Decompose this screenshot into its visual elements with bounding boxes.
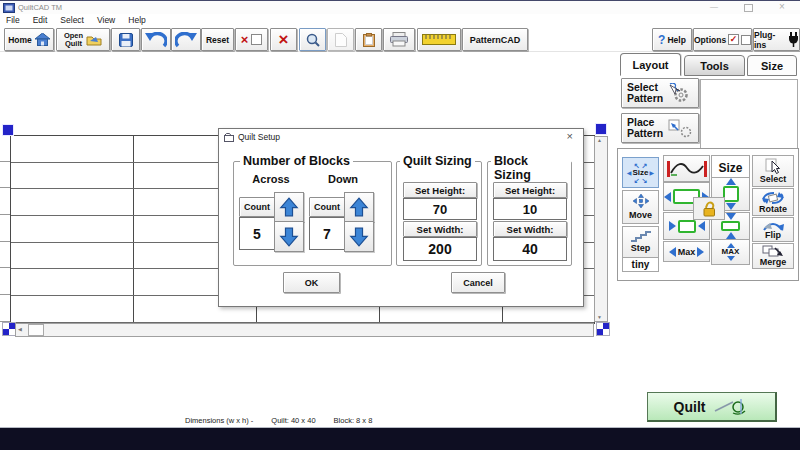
step-tool-button[interactable]: Step — [622, 226, 659, 258]
quilt-button[interactable]: Quilt — [647, 392, 777, 422]
options-button[interactable]: Options ✓ — [693, 28, 752, 51]
window-title: QuiltCAD TM — [18, 3, 62, 12]
undo-button[interactable] — [141, 28, 171, 51]
redo-icon — [175, 32, 197, 48]
select-tool-button[interactable]: Select — [752, 155, 794, 187]
delete-button[interactable]: × — [270, 28, 297, 51]
cursor-icon — [765, 158, 781, 174]
size-header-label: Size — [718, 161, 742, 175]
ruler-button[interactable] — [417, 28, 461, 51]
block-height-value: 10 — [493, 198, 567, 220]
status-dimensions: Dimensions (w x h) - — [185, 416, 253, 425]
canvas-handle-top-right[interactable] — [595, 123, 607, 135]
paste-button[interactable] — [355, 28, 382, 51]
wave-tool-button[interactable] — [663, 155, 710, 182]
plugins-button[interactable]: Plug-ins — [753, 28, 800, 51]
arrow-inward-right-icon — [669, 221, 676, 231]
flip-tool-button[interactable]: Flip — [752, 217, 794, 242]
restore-icon[interactable] — [744, 4, 753, 12]
home-button[interactable]: Home — [4, 28, 54, 51]
redo-button[interactable] — [171, 28, 201, 51]
rotate-icon — [761, 191, 785, 205]
horizontal-scrollbar[interactable]: ◀ — [15, 323, 594, 337]
down-spin-down-button[interactable] — [344, 221, 374, 252]
patterncad-button[interactable]: PatternCAD — [462, 28, 528, 51]
cancel-button[interactable]: Cancel — [451, 272, 505, 293]
across-spin-down-button[interactable] — [274, 221, 304, 252]
scroll-up-icon[interactable]: ▲ — [597, 138, 602, 143]
flip-icon — [762, 220, 784, 231]
plug-icon — [788, 32, 799, 47]
tab-size[interactable]: Size — [747, 55, 797, 76]
number-of-blocks-group: Number of Blocks Across Down Count 5 Cou… — [233, 161, 392, 266]
help-button[interactable]: ? Help — [652, 28, 692, 51]
reset-button[interactable]: Reset — [201, 28, 234, 51]
minimize-button[interactable]: — — [710, 2, 718, 11]
select-pattern-button[interactable]: Select Pattern — [621, 78, 699, 108]
print-button[interactable] — [383, 28, 415, 51]
red-x-small-icon: × — [241, 33, 249, 46]
horizontal-scroll-thumb[interactable] — [28, 324, 44, 336]
spin-down-arrow-icon — [279, 227, 299, 247]
ok-button[interactable]: OK — [283, 272, 340, 293]
max-width-button[interactable]: Max — [663, 241, 710, 262]
across-spin-up-button[interactable] — [274, 192, 304, 222]
block-set-width-button[interactable]: Set Width: — [493, 221, 567, 237]
menu-help[interactable]: Help — [128, 15, 145, 25]
new-page-button[interactable] — [327, 28, 354, 51]
clear-selection-button[interactable]: × — [235, 28, 268, 51]
merge-tool-button[interactable]: Merge — [752, 243, 794, 269]
rotate-tool-button[interactable]: Rotate — [752, 188, 794, 216]
pattern-preview-box — [700, 79, 798, 150]
menu-select[interactable]: Select — [60, 15, 84, 25]
dialog-icon — [224, 133, 234, 142]
block-width-text: 40 — [522, 241, 538, 257]
diagonal-arrows-icon: ↙ ↘ — [634, 177, 648, 184]
canvas-handle-top-left[interactable] — [2, 124, 14, 136]
down-spin-up-button[interactable] — [344, 192, 374, 222]
move-tool-button[interactable]: Move — [622, 190, 659, 224]
options-label: Options — [694, 35, 726, 45]
help-label: Help — [667, 35, 685, 45]
max-height-button[interactable]: MAX — [711, 239, 750, 265]
rotate-tool-label: Rotate — [759, 205, 787, 214]
lock-aspect-button[interactable] — [693, 197, 725, 220]
close-button[interactable]: × — [779, 1, 785, 12]
menu-view[interactable]: View — [97, 15, 115, 25]
scroll-left-icon[interactable]: ◀ — [18, 327, 22, 332]
down-count-button[interactable]: Count — [309, 197, 345, 217]
across-count-label: Count — [244, 202, 270, 212]
title-bar[interactable]: QuiltCAD TM — × — [0, 0, 800, 14]
across-value: 5 — [239, 217, 275, 250]
menu-file[interactable]: File — [6, 15, 20, 25]
canvas-handle-bottom-right[interactable] — [596, 322, 610, 336]
vertical-scrollbar[interactable]: ▲ ▼ — [594, 136, 608, 322]
needle-thread-icon — [713, 398, 749, 415]
tab-size-label: Size — [761, 60, 783, 72]
status-block: Block: 8 x 8 — [334, 416, 373, 425]
tab-tools-label: Tools — [700, 60, 729, 72]
quilt-set-height-button[interactable]: Set Height: — [403, 182, 477, 198]
menu-edit[interactable]: Edit — [33, 15, 48, 25]
quilt-height-value: 70 — [403, 198, 477, 220]
dialog-title-bar[interactable]: Quilt Setup × — [219, 129, 583, 144]
across-count-button[interactable]: Count — [239, 197, 275, 217]
tab-layout[interactable]: Layout — [620, 53, 681, 76]
place-pattern-button[interactable]: Place Pattern — [621, 113, 699, 143]
block-set-height-button[interactable]: Set Height: — [493, 182, 567, 198]
step-tool-label: Step — [631, 244, 651, 253]
scroll-down-icon[interactable]: ▼ — [597, 315, 602, 320]
canvas-handle-bottom-left[interactable] — [2, 322, 16, 336]
block-sizing-group: Block Sizing Set Height: 10 Set Width: 4… — [487, 161, 572, 266]
max-left-arrow-icon — [669, 247, 676, 257]
block-set-height-label: Set Height: — [505, 185, 555, 196]
select-pattern-gear-icon — [666, 83, 690, 103]
quilt-set-width-button[interactable]: Set Width: — [403, 221, 477, 237]
dialog-close-button[interactable]: × — [567, 130, 573, 142]
zoom-button[interactable] — [299, 28, 326, 51]
save-button[interactable] — [111, 28, 140, 51]
open-quilt-button[interactable]: Open Quilt — [56, 28, 110, 51]
tiny-mode-label[interactable]: tiny — [622, 257, 659, 272]
size-tool-button[interactable]: ↖ ↗ ◀Size▶ ↙ ↘ — [622, 157, 659, 188]
tab-tools[interactable]: Tools — [684, 55, 745, 76]
